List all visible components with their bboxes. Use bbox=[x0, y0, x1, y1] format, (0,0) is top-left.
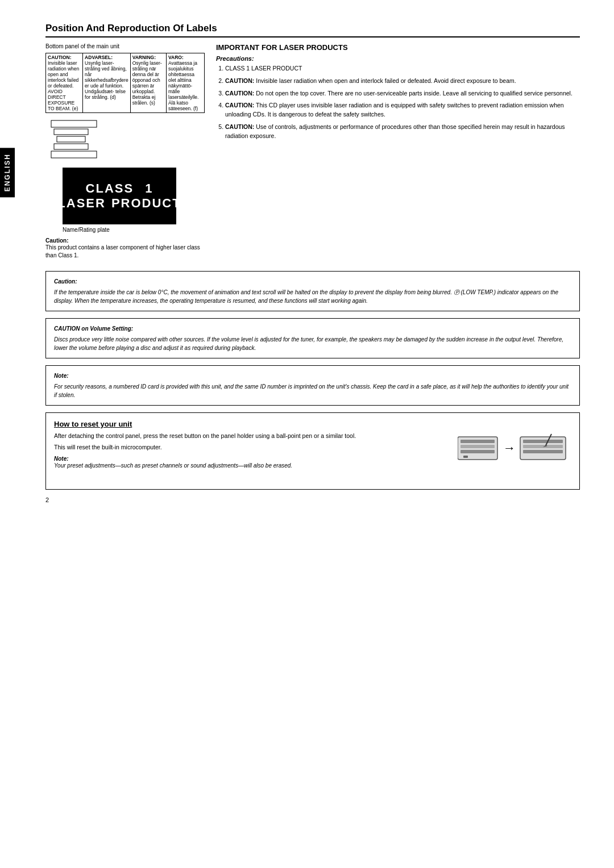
svg-rect-12 bbox=[523, 445, 563, 448]
warning-header-sv: VARNING: bbox=[132, 55, 156, 60]
important-section: IMPORTANT FOR LASER PRODUCTS Precautions… bbox=[216, 43, 580, 260]
warning-cell-sv: VARNING: Osynlig laser- stråling när den… bbox=[130, 53, 166, 113]
class-label: CLASS bbox=[86, 181, 134, 196]
caution-text: This product contains a laser component … bbox=[45, 244, 205, 260]
warning-table: CAUTION: Invisible laser radiation when … bbox=[45, 53, 205, 113]
class-line: CLASS 1 bbox=[86, 181, 154, 196]
warning-header-fi: VARO: bbox=[168, 55, 184, 60]
english-tab: ENGLISH bbox=[0, 148, 15, 197]
svg-rect-0 bbox=[51, 120, 97, 127]
labels-layout: Bottom panel of the main unit CAUTION: I… bbox=[45, 43, 580, 260]
precaution-text-4: This CD player uses invisible laser radi… bbox=[225, 102, 564, 118]
important-title: IMPORTANT FOR LASER PRODUCTS bbox=[216, 43, 580, 52]
svg-rect-11 bbox=[523, 440, 563, 443]
warning-cell-en: CAUTION: Invisible laser radiation when … bbox=[46, 53, 83, 113]
svg-rect-8 bbox=[460, 450, 495, 453]
caution-temp-text: If the temperature inside the car is bel… bbox=[54, 288, 571, 305]
panel-svg bbox=[45, 118, 102, 163]
warning-text-en: Invisible laser radiation when open and … bbox=[48, 60, 79, 111]
page: ENGLISH Position And Reproduction Of Lab… bbox=[0, 0, 614, 868]
caution-temp-label: Caution: bbox=[54, 277, 571, 286]
diagram-area: Bottom panel of the main unit CAUTION: I… bbox=[45, 43, 205, 260]
precaution-item-3: CAUTION: Do not open the top cover. Ther… bbox=[225, 89, 580, 98]
name-rating: Name/Rating plate bbox=[63, 227, 205, 233]
precaution-text-2: Invisible laser radiation when open and … bbox=[256, 77, 516, 84]
caution-bold-5: CAUTION: bbox=[225, 123, 254, 130]
svg-rect-7 bbox=[460, 445, 495, 448]
warning-text-fi: Avattaessa ja suojalukitus ohitettaessa … bbox=[168, 60, 198, 111]
svg-rect-3 bbox=[54, 144, 88, 149]
reset-text-area: How to reset your unit After detaching t… bbox=[54, 420, 446, 482]
precaution-item-1: CLASS 1 LASER PRODUCT bbox=[225, 64, 580, 73]
note-box: Note: For security reasons, a numbered I… bbox=[45, 365, 580, 406]
warning-text-sv: Osynlig laser- stråling när denna del är… bbox=[132, 60, 162, 106]
reset-text-2: This will reset the built-in microcomput… bbox=[54, 443, 446, 452]
warning-header-da: ADVARSEL: bbox=[85, 55, 113, 60]
product-label: PRODUCT bbox=[111, 196, 181, 211]
caution-small: Caution: This product contains a laser c… bbox=[45, 237, 205, 260]
note-label: Note: bbox=[54, 372, 571, 380]
reset-section: How to reset your unit After detaching t… bbox=[45, 412, 580, 490]
caution-label: Caution: bbox=[45, 237, 205, 244]
class-number: 1 bbox=[145, 181, 153, 196]
main-content: Position And Reproduction Of Labels Bott… bbox=[45, 23, 580, 503]
svg-rect-13 bbox=[523, 450, 563, 453]
caution-bold-2: CAUTION: bbox=[225, 77, 254, 84]
reset-title: How to reset your unit bbox=[54, 420, 446, 428]
reset-diagram-svg: → bbox=[458, 420, 571, 482]
diagram-caption: Bottom panel of the main unit bbox=[45, 43, 205, 49]
reset-diagram: → bbox=[458, 420, 571, 482]
warning-cell-fi: VARO: Avattaessa ja suojalukitus ohitett… bbox=[167, 53, 205, 113]
labels-section: Position And Reproduction Of Labels Bott… bbox=[45, 23, 580, 260]
section-title: Position And Reproduction Of Labels bbox=[45, 23, 580, 37]
class-laser-box: CLASS 1 LASER PRODUCT bbox=[63, 168, 176, 224]
caution-volume-box: CAUTION on Volume Setting: Discs produce… bbox=[45, 318, 580, 358]
warning-row: CAUTION: Invisible laser radiation when … bbox=[46, 53, 205, 113]
svg-rect-1 bbox=[54, 129, 88, 135]
reset-note-text: Your preset adjustments—such as preset c… bbox=[54, 462, 446, 470]
reset-text-1: After detaching the control panel, press… bbox=[54, 432, 446, 441]
warning-header-en: CAUTION: bbox=[48, 55, 72, 60]
note-text: For security reasons, a numbered ID card… bbox=[54, 382, 571, 399]
laser-line: LASER PRODUCT bbox=[57, 196, 181, 211]
panel-diagram-area bbox=[45, 118, 205, 163]
precaution-item-5: CAUTION: Use of controls, adjustments or… bbox=[225, 123, 580, 141]
reset-note-label: Note: bbox=[54, 456, 446, 462]
svg-rect-9 bbox=[463, 456, 468, 458]
warning-text-da: Usynlig laser- stråling ved åbning, når … bbox=[85, 60, 128, 100]
laser-label: LASER bbox=[57, 196, 106, 211]
caution-temp-box: Caution: If the temperature inside the c… bbox=[45, 271, 580, 311]
svg-rect-6 bbox=[460, 440, 495, 443]
precaution-item-2: CAUTION: Invisible laser radiation when … bbox=[225, 77, 580, 86]
precautions-label: Precautions: bbox=[216, 55, 580, 62]
warning-cell-da: ADVARSEL: Usynlig laser- stråling ved åb… bbox=[83, 53, 131, 113]
caution-bold-4: CAUTION: bbox=[225, 102, 254, 108]
caution-bold-3: CAUTION: bbox=[225, 90, 254, 97]
precaution-item-4: CAUTION: This CD player uses invisible l… bbox=[225, 101, 580, 119]
precaution-text-3: Do not open the top cover. There are no … bbox=[256, 90, 572, 97]
svg-rect-2 bbox=[57, 136, 85, 142]
caution-volume-label: CAUTION on Volume Setting: bbox=[54, 324, 571, 333]
page-number: 2 bbox=[45, 496, 580, 503]
precautions-list: CLASS 1 LASER PRODUCT CAUTION: Invisible… bbox=[216, 64, 580, 140]
precaution-text-5: Use of controls, adjustments or performa… bbox=[225, 123, 565, 139]
arrow-symbol: → bbox=[503, 441, 516, 455]
caution-volume-text: Discs produce very little noise compared… bbox=[54, 335, 571, 352]
svg-rect-4 bbox=[51, 151, 97, 158]
